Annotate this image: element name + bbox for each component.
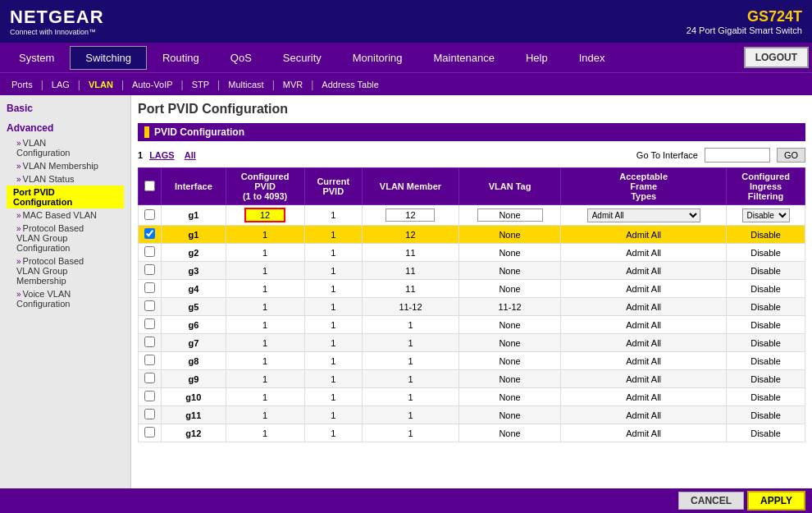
row-configured-pvid: 1 — [226, 388, 304, 406]
pvid-input-field[interactable] — [244, 208, 285, 222]
nav-maintenance[interactable]: Maintenance — [417, 46, 509, 70]
subnav-ports[interactable]: Ports — [5, 76, 39, 93]
sidebar-basic-section: Basic — [0, 98, 130, 118]
goto-input[interactable] — [705, 148, 770, 163]
sidebar-item-vlan-status[interactable]: »VLAN Status — [7, 172, 124, 186]
row-configured-pvid: 1 — [226, 280, 304, 298]
subnav-autovoip[interactable]: Auto-VoIP — [125, 76, 180, 93]
table-row: g6111NoneAdmit AllDisable — [139, 316, 805, 334]
row-current-pvid: 1 — [304, 388, 363, 406]
all-link[interactable]: All — [185, 150, 196, 160]
row-vlan-tag: None — [458, 352, 560, 370]
row-checkbox-cell — [139, 226, 162, 244]
row-interface: g6 — [162, 316, 226, 334]
sidebar-item-mac-based-vlan[interactable]: »MAC Based VLAN — [7, 208, 124, 222]
row-checkbox[interactable] — [144, 409, 155, 419]
row-ingress-filtering: Disable — [727, 262, 805, 280]
subnav-vlan[interactable]: VLAN — [82, 76, 120, 93]
row-checkbox[interactable] — [144, 337, 155, 347]
row-vlan-tag: None — [458, 334, 560, 352]
nav-routing[interactable]: Routing — [147, 46, 215, 70]
ingress-filtering-select[interactable]: DisableEnable — [742, 208, 790, 222]
row-vlan-member: 1 — [363, 352, 459, 370]
row-configured-pvid: 1 — [226, 226, 304, 244]
row-vlan-member: 1 — [363, 406, 459, 424]
nav-index[interactable]: Index — [563, 46, 621, 70]
sidebar-item-voice-vlan-config[interactable]: »Voice VLANConfiguration — [7, 287, 124, 310]
row-checkbox-cell — [139, 334, 162, 352]
subnav-lag[interactable]: LAG — [45, 76, 76, 93]
main-content: Port PVID Configuration PVID Configurati… — [131, 95, 812, 488]
sidebar-item-protocol-based-vlan-group-config[interactable]: »Protocol BasedVLAN GroupConfiguration — [7, 222, 124, 254]
row-current-pvid: 1 — [304, 262, 363, 280]
cancel-button[interactable]: CANCEL — [678, 492, 744, 510]
logout-button[interactable]: LOGOUT — [744, 47, 809, 68]
apply-button[interactable]: APPLY — [747, 491, 805, 511]
header: NETGEAR Connect with Innovation™ GS724T … — [0, 0, 812, 43]
go-button[interactable]: GO — [777, 148, 805, 163]
row-vlan-member: 11-12 — [363, 298, 459, 316]
table-row: g11111NoneAdmit AllDisable — [139, 406, 805, 424]
sidebar-item-vlan-config[interactable]: »VLANConfiguration — [7, 136, 124, 159]
row-checkbox[interactable] — [144, 373, 155, 383]
row-frame-types: Admit All — [561, 226, 727, 244]
vlan-member-input[interactable] — [385, 208, 435, 222]
nav-switching[interactable]: Switching — [70, 46, 147, 70]
sidebar-item-port-pvid[interactable]: Port PVIDConfiguration — [7, 186, 124, 208]
row-checkbox[interactable] — [144, 300, 155, 311]
table-row: g21111NoneAdmit AllDisable — [139, 244, 805, 262]
nav-system[interactable]: System — [3, 46, 70, 70]
row-current-pvid: 1 — [304, 334, 363, 352]
row-checkbox-cell — [139, 298, 162, 316]
row-frame-types: Admit All — [561, 316, 727, 334]
row-interface: g10 — [162, 388, 226, 406]
nav-qos[interactable]: QoS — [215, 46, 267, 70]
nav-help[interactable]: Help — [510, 46, 563, 70]
row-checkbox[interactable] — [144, 209, 155, 220]
row-ingress-filtering: Disable — [727, 424, 805, 442]
th-interface: Interface — [162, 168, 226, 205]
sidebar-advanced-section: Advanced »VLANConfiguration »VLAN Member… — [0, 118, 130, 312]
sidebar-advanced-title[interactable]: Advanced — [7, 120, 124, 136]
row-interface: g4 — [162, 280, 226, 298]
subnav-stp[interactable]: STP — [185, 76, 216, 93]
row-checkbox[interactable] — [144, 264, 155, 275]
row-checkbox-cell — [139, 406, 162, 424]
sidebar-basic-title[interactable]: Basic — [7, 100, 124, 117]
row-current-pvid: 1 — [304, 352, 363, 370]
frame-types-select[interactable]: Admit AllAdmit Only VLAN-TaggedAdmit Onl… — [587, 208, 700, 222]
row-checkbox[interactable] — [144, 391, 155, 401]
row-checkbox[interactable] — [144, 427, 155, 437]
row-vlan-tag: None — [458, 388, 560, 406]
row-checkbox[interactable] — [144, 228, 155, 239]
subnav-multicast[interactable]: Multicast — [221, 76, 270, 93]
sidebar-item-vlan-membership[interactable]: »VLAN Membership — [7, 159, 124, 172]
row-interface: g9 — [162, 370, 226, 388]
sidebar-item-protocol-based-vlan-group-membership[interactable]: »Protocol BasedVLAN GroupMembership — [7, 254, 124, 287]
row-checkbox[interactable] — [144, 246, 155, 257]
device-info: GS724T 24 Port Gigabit Smart Switch — [687, 8, 802, 35]
subnav-address-table[interactable]: Address Table — [315, 76, 385, 93]
row-checkbox[interactable] — [144, 318, 155, 329]
select-all-checkbox[interactable] — [144, 181, 155, 191]
separator-2: | — [76, 79, 82, 90]
row-checkbox-cell — [139, 352, 162, 370]
row-frame-types: Admit All — [561, 370, 727, 388]
row-configured-pvid: 1 — [226, 334, 304, 352]
th-vlan-member: VLAN Member — [363, 168, 459, 205]
lags-link[interactable]: LAGS — [149, 150, 175, 160]
row-vlan-tag: None — [458, 316, 560, 334]
row-vlan-member: 11 — [363, 280, 459, 298]
table-row: g7111NoneAdmit AllDisable — [139, 334, 805, 352]
row-interface: g2 — [162, 244, 226, 262]
row-frame-types: Admit All — [561, 262, 727, 280]
row-checkbox[interactable] — [144, 282, 155, 293]
row-frame-types: Admit All — [561, 352, 727, 370]
nav-monitoring[interactable]: Monitoring — [337, 46, 418, 70]
row-frame-types: Admit All — [561, 280, 727, 298]
subnav-mvr[interactable]: MVR — [276, 76, 309, 93]
nav-security[interactable]: Security — [267, 46, 337, 70]
row-checkbox[interactable] — [144, 355, 155, 365]
section-title: PVID Configuration — [154, 126, 244, 138]
vlan-tag-input[interactable] — [477, 208, 543, 222]
